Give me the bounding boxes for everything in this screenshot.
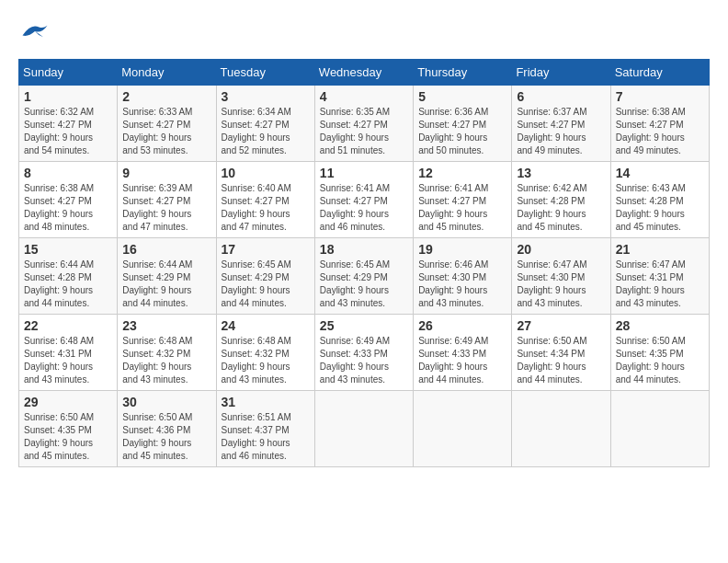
- day-info: Sunrise: 6:41 AMSunset: 4:27 PMDaylight:…: [418, 182, 506, 234]
- day-number: 2: [122, 89, 210, 104]
- day-cell: [314, 391, 413, 467]
- day-info: Sunrise: 6:49 AMSunset: 4:33 PMDaylight:…: [418, 335, 506, 386]
- day-number: 7: [616, 89, 704, 104]
- day-number: 15: [24, 242, 112, 257]
- day-cell: 13Sunrise: 6:42 AMSunset: 4:28 PMDayligh…: [512, 162, 610, 238]
- day-info: Sunrise: 6:35 AMSunset: 4:27 PMDaylight:…: [320, 106, 408, 157]
- day-cell: 24Sunrise: 6:48 AMSunset: 4:32 PMDayligh…: [216, 315, 314, 391]
- day-info: Sunrise: 6:40 AMSunset: 4:27 PMDaylight:…: [222, 182, 310, 234]
- day-cell: 7Sunrise: 6:38 AMSunset: 4:27 PMDaylight…: [610, 86, 709, 162]
- day-cell: 23Sunrise: 6:48 AMSunset: 4:32 PMDayligh…: [118, 315, 216, 391]
- logo-icon: [18, 18, 51, 44]
- day-info: Sunrise: 6:41 AMSunset: 4:27 PMDaylight:…: [320, 182, 408, 234]
- day-number: 10: [222, 166, 310, 180]
- day-info: Sunrise: 6:49 AMSunset: 4:33 PMDaylight:…: [320, 335, 408, 386]
- day-cell: 14Sunrise: 6:43 AMSunset: 4:28 PMDayligh…: [610, 162, 709, 238]
- day-info: Sunrise: 6:43 AMSunset: 4:28 PMDaylight:…: [616, 182, 704, 234]
- header-tuesday: Tuesday: [216, 60, 314, 86]
- day-info: Sunrise: 6:45 AMSunset: 4:29 PMDaylight:…: [320, 259, 408, 310]
- day-info: Sunrise: 6:38 AMSunset: 4:27 PMDaylight:…: [24, 182, 112, 234]
- day-cell: [414, 391, 512, 467]
- day-number: 19: [418, 242, 506, 257]
- day-cell: 27Sunrise: 6:50 AMSunset: 4:34 PMDayligh…: [512, 315, 610, 391]
- day-cell: [512, 391, 610, 467]
- day-number: 24: [222, 318, 310, 333]
- day-number: 4: [320, 89, 408, 104]
- day-cell: 21Sunrise: 6:47 AMSunset: 4:31 PMDayligh…: [610, 238, 709, 315]
- day-info: Sunrise: 6:32 AMSunset: 4:27 PMDaylight:…: [24, 106, 112, 157]
- header-friday: Friday: [512, 60, 610, 86]
- day-info: Sunrise: 6:48 AMSunset: 4:31 PMDaylight:…: [24, 335, 112, 386]
- day-number: 9: [122, 166, 210, 180]
- day-number: 21: [616, 242, 704, 257]
- day-info: Sunrise: 6:50 AMSunset: 4:36 PMDaylight:…: [122, 411, 210, 463]
- day-cell: 1Sunrise: 6:32 AMSunset: 4:27 PMDaylight…: [19, 86, 118, 162]
- week-row-4: 22Sunrise: 6:48 AMSunset: 4:31 PMDayligh…: [19, 315, 710, 391]
- day-cell: 28Sunrise: 6:50 AMSunset: 4:35 PMDayligh…: [610, 315, 709, 391]
- week-row-5: 29Sunrise: 6:50 AMSunset: 4:35 PMDayligh…: [19, 391, 710, 467]
- page-header: [18, 18, 710, 44]
- day-info: Sunrise: 6:50 AMSunset: 4:35 PMDaylight:…: [616, 335, 704, 386]
- calendar-table: SundayMondayTuesdayWednesdayThursdayFrid…: [18, 59, 710, 467]
- day-number: 12: [418, 166, 506, 180]
- week-row-3: 15Sunrise: 6:44 AMSunset: 4:28 PMDayligh…: [19, 238, 710, 315]
- day-number: 14: [616, 166, 704, 180]
- day-cell: [610, 391, 709, 467]
- day-cell: 30Sunrise: 6:50 AMSunset: 4:36 PMDayligh…: [118, 391, 216, 467]
- day-cell: 20Sunrise: 6:47 AMSunset: 4:30 PMDayligh…: [512, 238, 610, 315]
- day-number: 28: [616, 318, 704, 333]
- day-cell: 15Sunrise: 6:44 AMSunset: 4:28 PMDayligh…: [19, 238, 118, 315]
- day-number: 13: [517, 166, 605, 180]
- day-cell: 22Sunrise: 6:48 AMSunset: 4:31 PMDayligh…: [19, 315, 118, 391]
- day-cell: 8Sunrise: 6:38 AMSunset: 4:27 PMDaylight…: [19, 162, 118, 238]
- week-row-2: 8Sunrise: 6:38 AMSunset: 4:27 PMDaylight…: [19, 162, 710, 238]
- day-number: 29: [24, 395, 112, 409]
- day-number: 5: [418, 89, 506, 104]
- header-sunday: Sunday: [19, 60, 118, 86]
- day-info: Sunrise: 6:47 AMSunset: 4:31 PMDaylight:…: [616, 259, 704, 310]
- day-number: 1: [24, 89, 112, 104]
- day-number: 3: [222, 89, 310, 104]
- day-info: Sunrise: 6:47 AMSunset: 4:30 PMDaylight:…: [517, 259, 605, 310]
- day-number: 16: [122, 242, 210, 257]
- day-header-row: SundayMondayTuesdayWednesdayThursdayFrid…: [19, 60, 710, 86]
- day-info: Sunrise: 6:51 AMSunset: 4:37 PMDaylight:…: [222, 411, 310, 463]
- day-cell: 19Sunrise: 6:46 AMSunset: 4:30 PMDayligh…: [414, 238, 512, 315]
- day-info: Sunrise: 6:44 AMSunset: 4:29 PMDaylight:…: [122, 259, 210, 310]
- day-cell: 29Sunrise: 6:50 AMSunset: 4:35 PMDayligh…: [19, 391, 118, 467]
- week-row-1: 1Sunrise: 6:32 AMSunset: 4:27 PMDaylight…: [19, 86, 710, 162]
- day-number: 17: [222, 242, 310, 257]
- day-number: 22: [24, 318, 112, 333]
- day-info: Sunrise: 6:46 AMSunset: 4:30 PMDaylight:…: [418, 259, 506, 310]
- day-number: 25: [320, 318, 408, 333]
- day-cell: 26Sunrise: 6:49 AMSunset: 4:33 PMDayligh…: [414, 315, 512, 391]
- day-info: Sunrise: 6:33 AMSunset: 4:27 PMDaylight:…: [122, 106, 210, 157]
- day-cell: 25Sunrise: 6:49 AMSunset: 4:33 PMDayligh…: [314, 315, 413, 391]
- logo: [18, 18, 57, 44]
- day-info: Sunrise: 6:50 AMSunset: 4:35 PMDaylight:…: [24, 411, 112, 463]
- day-info: Sunrise: 6:39 AMSunset: 4:27 PMDaylight:…: [122, 182, 210, 234]
- day-info: Sunrise: 6:42 AMSunset: 4:28 PMDaylight:…: [517, 182, 605, 234]
- day-cell: 4Sunrise: 6:35 AMSunset: 4:27 PMDaylight…: [314, 86, 413, 162]
- day-info: Sunrise: 6:50 AMSunset: 4:34 PMDaylight:…: [517, 335, 605, 386]
- day-cell: 2Sunrise: 6:33 AMSunset: 4:27 PMDaylight…: [118, 86, 216, 162]
- day-cell: 16Sunrise: 6:44 AMSunset: 4:29 PMDayligh…: [118, 238, 216, 315]
- day-cell: 17Sunrise: 6:45 AMSunset: 4:29 PMDayligh…: [216, 238, 314, 315]
- day-number: 8: [24, 166, 112, 180]
- header-saturday: Saturday: [610, 60, 709, 86]
- day-cell: 11Sunrise: 6:41 AMSunset: 4:27 PMDayligh…: [314, 162, 413, 238]
- header-thursday: Thursday: [414, 60, 512, 86]
- day-info: Sunrise: 6:38 AMSunset: 4:27 PMDaylight:…: [616, 106, 704, 157]
- header-monday: Monday: [118, 60, 216, 86]
- day-cell: 31Sunrise: 6:51 AMSunset: 4:37 PMDayligh…: [216, 391, 314, 467]
- day-info: Sunrise: 6:48 AMSunset: 4:32 PMDaylight:…: [222, 335, 310, 386]
- day-number: 23: [122, 318, 210, 333]
- day-info: Sunrise: 6:45 AMSunset: 4:29 PMDaylight:…: [222, 259, 310, 310]
- day-cell: 5Sunrise: 6:36 AMSunset: 4:27 PMDaylight…: [414, 86, 512, 162]
- day-cell: 9Sunrise: 6:39 AMSunset: 4:27 PMDaylight…: [118, 162, 216, 238]
- day-number: 30: [122, 395, 210, 409]
- day-number: 6: [517, 89, 605, 104]
- day-cell: 6Sunrise: 6:37 AMSunset: 4:27 PMDaylight…: [512, 86, 610, 162]
- day-info: Sunrise: 6:48 AMSunset: 4:32 PMDaylight:…: [122, 335, 210, 386]
- day-number: 20: [517, 242, 605, 257]
